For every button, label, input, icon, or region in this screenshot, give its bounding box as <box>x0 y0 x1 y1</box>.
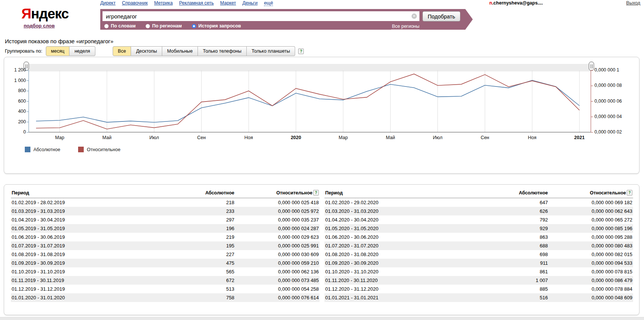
search-mode-1[interactable]: По регионам <box>146 23 182 29</box>
logout-link[interactable]: Выход <box>626 0 640 6</box>
cell-relative: 0,000 000 062 136 <box>235 267 320 276</box>
column-header-relative-label: Относительное <box>276 190 312 196</box>
cell-absolute: 863 <box>500 233 549 241</box>
cell-relative: 0,000 000 085 196 <box>549 224 633 233</box>
footer-strip <box>0 317 644 320</box>
series-0-line <box>36 80 579 123</box>
cell-period: 01.10.2019 - 31.10.2019 <box>11 267 186 276</box>
results-card: ПериодАбсолютноеОтносительное?01.02.2019… <box>4 184 639 315</box>
x-axis-tick-label: 2020 <box>281 135 311 140</box>
legend-label: Абсолютное <box>33 147 60 152</box>
cell-period: 01.02.2020 - 29.02.2020 <box>324 198 500 207</box>
group-by-buttons: месяцнеделя <box>46 46 95 56</box>
table-row: 01.02.2020 - 29.02.20206470,000 000 069 … <box>324 198 633 207</box>
cell-absolute: 227 <box>186 250 235 259</box>
cell-absolute: 297 <box>186 215 235 224</box>
device-filter-3[interactable]: Только телефоны <box>198 46 247 56</box>
table-row: 01.08.2019 - 31.08.20192270,000 000 030 … <box>11 250 320 259</box>
submit-button[interactable]: Подобрать <box>422 11 460 21</box>
radio-icon[interactable] <box>104 24 109 28</box>
cell-period: 01.04.2020 - 30.04.2020 <box>324 215 500 224</box>
nav-link-0[interactable]: Директ <box>100 0 116 6</box>
x-axis-tick-label: Июл <box>139 135 169 140</box>
all-regions-link[interactable]: Все регионы <box>391 24 419 30</box>
cell-period: 01.08.2019 - 31.08.2019 <box>11 250 186 259</box>
group-by-0[interactable]: месяц <box>46 46 70 56</box>
right-axis-tick-label: 0,000 000 06 <box>594 99 622 104</box>
table-row: 01.05.2019 - 31.05.20191960,000 000 024 … <box>11 224 320 233</box>
legend-item-1: Относительное <box>78 147 120 152</box>
relative-help-icon[interactable]: ? <box>313 190 319 196</box>
table-row: 01.09.2019 - 30.09.20194750,000 000 059 … <box>11 259 320 267</box>
cell-absolute: 233 <box>186 207 235 215</box>
left-axis-tick-label: 1 200 <box>5 67 26 73</box>
cell-absolute: 1 007 <box>500 276 549 285</box>
results-table-1: ПериодАбсолютноеОтносительное?01.02.2020… <box>324 188 633 302</box>
cell-relative: 0,000 000 065 272 <box>549 215 633 224</box>
device-filter-1[interactable]: Десктопы <box>131 46 162 56</box>
cell-relative: 0,000 000 025 991 <box>235 241 320 250</box>
cell-period: 01.05.2020 - 31.05.2020 <box>324 224 500 233</box>
cell-period: 01.07.2020 - 31.07.2020 <box>324 241 500 250</box>
page-title: История показов по фразе «игропедагог» <box>5 38 113 44</box>
cell-absolute: 218 <box>186 198 235 207</box>
cell-relative: 0,000 000 095 288 <box>549 233 633 241</box>
nav-link-2[interactable]: Метрика <box>154 0 172 6</box>
cell-absolute: 885 <box>500 285 549 293</box>
nav-link-4[interactable]: Маркет <box>220 0 236 6</box>
search-mode-0[interactable]: По словам <box>104 23 136 29</box>
column-header-relative-label: Относительное <box>590 190 626 196</box>
yandex-logo[interactable]: Яндекс <box>21 6 69 22</box>
wordstat-home-link[interactable]: подбор слов <box>24 23 55 29</box>
clear-search-icon[interactable]: ✕ <box>412 14 417 19</box>
filters-help-icon[interactable]: ? <box>298 49 304 54</box>
cell-period: 01.09.2019 - 30.09.2019 <box>11 259 186 267</box>
table-header-row: ПериодАбсолютноеОтносительное? <box>324 188 633 198</box>
group-by-1[interactable]: неделя <box>69 46 95 56</box>
nav-link-6[interactable]: ещё <box>264 0 273 6</box>
radio-icon[interactable] <box>146 24 150 28</box>
device-filter-0[interactable]: Все <box>113 46 131 56</box>
cell-period: 01.12.2019 - 31.12.2019 <box>11 285 186 293</box>
cell-absolute: 698 <box>500 250 549 259</box>
table-row: 01.07.2019 - 31.07.20191950,000 000 025 … <box>11 241 320 250</box>
group-by-label: Группировать по: <box>5 49 42 54</box>
nav-link-1[interactable]: Справочник <box>122 0 148 6</box>
relative-help-icon[interactable]: ? <box>627 190 632 196</box>
account-email[interactable]: n.chernysheva@gaps.... <box>489 0 543 6</box>
left-axis-tick-label: 800 <box>5 88 26 93</box>
left-axis-tick-label: 200 <box>5 119 26 124</box>
cell-period: 01.06.2019 - 30.06.2019 <box>11 233 186 241</box>
search-mode-2[interactable]: История запросов <box>192 23 241 29</box>
x-axis-tick-label: Мар <box>328 135 358 140</box>
right-axis-tick-label: 0,000 000 08 <box>594 83 622 88</box>
x-axis-tick-label: Май <box>92 135 122 140</box>
x-axis-tick-label: Ноя <box>234 135 264 140</box>
cell-relative: 0,000 000 025 972 <box>235 207 320 215</box>
table-row: 01.07.2020 - 31.07.20206880,000 000 080 … <box>324 241 633 250</box>
radio-icon[interactable] <box>192 24 196 28</box>
cell-period: 01.07.2019 - 31.07.2019 <box>11 241 186 250</box>
cell-absolute: 626 <box>500 207 549 215</box>
search-input[interactable] <box>103 11 419 21</box>
cell-period: 01.11.2019 - 30.11.2019 <box>11 276 186 285</box>
x-axis-tick-label: Мар <box>45 135 75 140</box>
cell-relative: 0,000 000 082 015 <box>549 250 633 259</box>
cell-absolute: 565 <box>186 267 235 276</box>
device-filter-2[interactable]: Мобильные <box>162 46 198 56</box>
cell-relative: 0,000 000 078 884 <box>549 285 633 293</box>
device-filter-4[interactable]: Только планшеты <box>247 46 295 56</box>
table-row: 01.12.2019 - 31.12.20195130,000 000 054 … <box>11 285 320 293</box>
legend-swatch-icon <box>78 147 84 152</box>
nav-link-3[interactable]: Рекламная сеть <box>179 0 214 6</box>
table-row: 01.12.2020 - 31.12.20208850,000 000 078 … <box>324 285 633 293</box>
x-axis-tick-label: Июл <box>423 135 453 140</box>
nav-link-5[interactable]: Деньги <box>243 0 258 6</box>
column-header-period: Период <box>324 188 500 198</box>
top-nav: ДиректСправочникМетрикаРекламная сетьМар… <box>100 0 273 6</box>
cell-period: 01.06.2020 - 30.06.2020 <box>324 233 500 241</box>
range-slider-handle-right[interactable] <box>589 62 594 71</box>
filters-bar: Группировать по: месяцнеделя ВсеДесктопы… <box>5 46 304 56</box>
left-axis-tick-label: 600 <box>5 99 26 104</box>
cell-period: 01.02.2019 - 28.02.2019 <box>11 198 186 207</box>
